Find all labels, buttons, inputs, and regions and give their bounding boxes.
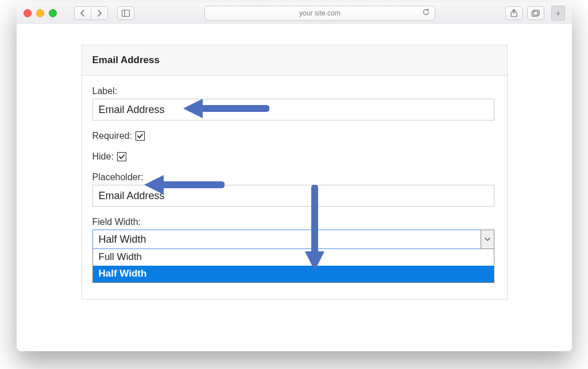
check-icon <box>137 133 144 139</box>
check-icon <box>118 153 125 160</box>
tabs-overview-button[interactable] <box>527 6 544 20</box>
placeholder-label: Placeholder: <box>92 172 497 182</box>
svg-rect-4 <box>532 11 538 17</box>
panel-header: Email Address <box>82 45 507 76</box>
share-icon <box>510 9 517 17</box>
reload-icon <box>422 8 430 16</box>
tabs-icon <box>532 10 540 17</box>
address-bar-text: your site.com <box>299 9 340 17</box>
panel-title: Email Address <box>92 55 160 65</box>
chevron-down-icon <box>485 237 490 242</box>
field-width-selected-value: Half Width <box>99 234 146 246</box>
fullscreen-window-button[interactable] <box>49 9 57 17</box>
hide-checkbox[interactable] <box>117 152 126 161</box>
field-width-label: Field Width: <box>92 217 497 227</box>
nav-buttons <box>74 6 108 20</box>
chevron-right-icon <box>96 10 102 17</box>
reload-button[interactable] <box>422 8 430 18</box>
placeholder-input[interactable] <box>92 185 494 207</box>
field-width-option-half[interactable]: Half Width <box>93 266 494 282</box>
hide-label: Hide: <box>92 152 114 162</box>
field-width-option-full[interactable]: Full Width <box>93 249 494 266</box>
field-width-select[interactable]: Half Width <box>92 230 494 249</box>
browser-window: your site.com <box>17 2 572 351</box>
minimize-window-button[interactable] <box>36 9 44 17</box>
label-label: Label: <box>92 86 497 96</box>
svg-rect-5 <box>533 10 539 15</box>
sidebar-toggle-button[interactable] <box>117 6 134 20</box>
browser-toolbar: your site.com <box>17 2 572 25</box>
forward-button[interactable] <box>91 6 108 20</box>
field-settings-panel: Email Address Label: Required: <box>82 45 508 300</box>
address-bar[interactable]: your site.com <box>204 6 435 21</box>
select-caret-button[interactable] <box>481 230 494 249</box>
page-viewport: Email Address Label: Required: <box>17 24 572 351</box>
share-button[interactable] <box>505 6 523 20</box>
required-checkbox[interactable] <box>136 131 145 141</box>
label-input[interactable] <box>92 99 494 121</box>
back-button[interactable] <box>74 6 91 20</box>
chevron-left-icon <box>80 10 86 17</box>
window-traffic-lights <box>24 9 57 17</box>
field-width-dropdown: Full Width Half Width <box>92 249 494 283</box>
required-label: Required: <box>92 131 132 141</box>
new-tab-button[interactable]: + <box>551 6 565 21</box>
sidebar-icon <box>122 10 130 17</box>
svg-rect-0 <box>122 10 130 17</box>
close-window-button[interactable] <box>24 9 32 17</box>
